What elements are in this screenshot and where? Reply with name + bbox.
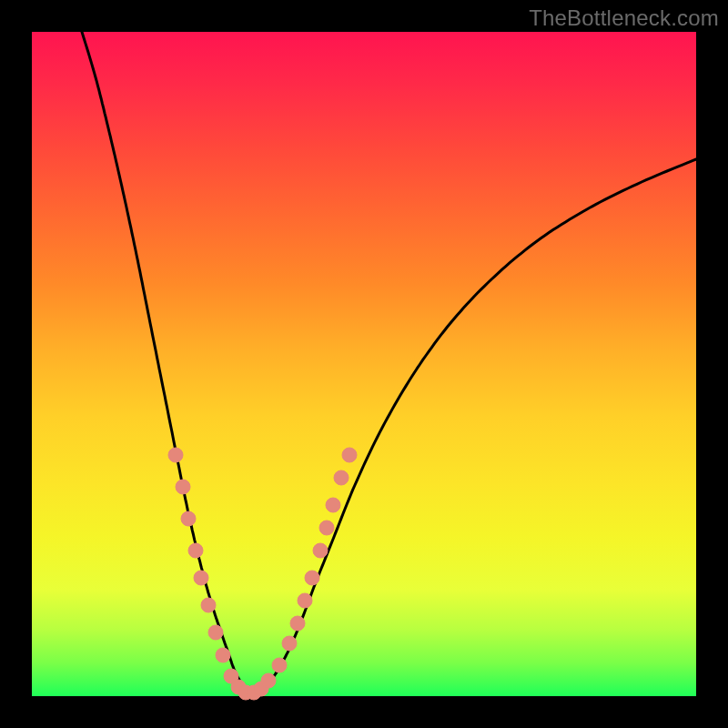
marker-dot <box>181 511 196 526</box>
marker-dot <box>298 593 312 608</box>
marker-dot <box>201 598 216 612</box>
plot-area <box>32 32 696 696</box>
marker-dot <box>261 673 276 688</box>
marker-dot <box>176 480 190 494</box>
marker-dot <box>216 648 230 662</box>
marker-dot <box>334 470 349 485</box>
highlight-markers <box>168 448 357 700</box>
bottleneck-curve <box>82 32 696 694</box>
marker-dot <box>208 625 223 640</box>
marker-dot <box>290 616 305 631</box>
marker-dot <box>319 521 334 535</box>
marker-dot <box>342 448 357 462</box>
marker-dot <box>188 543 203 558</box>
marker-dot <box>194 571 208 585</box>
marker-dot <box>313 543 328 558</box>
chart-frame: TheBottleneck.com <box>0 0 728 728</box>
marker-dot <box>305 571 319 585</box>
marker-dot <box>282 636 297 651</box>
marker-dot <box>272 658 287 672</box>
marker-dot <box>326 498 340 512</box>
curve-svg <box>32 32 696 696</box>
marker-dot <box>168 448 183 462</box>
watermark-text: TheBottleneck.com <box>529 5 719 31</box>
